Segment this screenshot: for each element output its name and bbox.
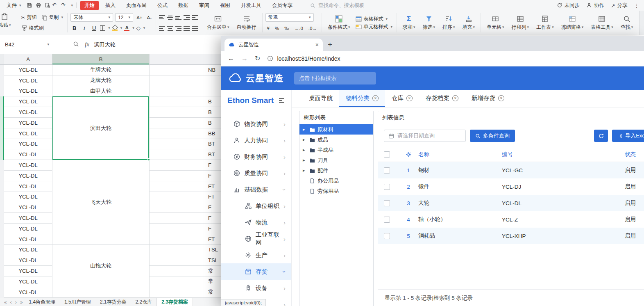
ribbon-tab[interactable]: 审阅 [195, 1, 214, 10]
content-tab[interactable]: 桌面导航 × [302, 90, 339, 107]
table-row[interactable]: 4 轴（小轮） YCL-Z 启用 [378, 211, 644, 228]
reload-icon[interactable]: ↻ [255, 55, 260, 62]
grid-cell[interactable]: YCL-DL [4, 96, 52, 107]
align-middle-button[interactable] [167, 15, 173, 20]
grid-cell[interactable]: YCL-DL [4, 65, 52, 75]
url-field[interactable]: localhost:81/Home/Index [267, 55, 340, 62]
grid-cell[interactable]: YCL-DL [4, 192, 52, 203]
grid-cell[interactable]: YCL-DL [4, 234, 52, 245]
info-icon[interactable] [267, 55, 273, 62]
font-color-button[interactable]: A [124, 25, 129, 31]
browser-tab[interactable]: 云星智造 × [224, 39, 323, 51]
sidebar-item-material-collab[interactable]: 物资协同 › [221, 116, 291, 132]
ribbon-tab[interactable]: 插入 [101, 1, 120, 10]
align-center-button[interactable] [167, 26, 173, 31]
merged-cell[interactable]: 山拖大轮 [52, 245, 149, 287]
cell-name-box[interactable]: B42 ▾ [0, 35, 53, 54]
row-checkbox[interactable] [384, 184, 390, 190]
align-top-button[interactable] [159, 15, 165, 20]
decrease-decimal-button[interactable]: .0→ [307, 25, 319, 31]
bold-button[interactable]: B [70, 25, 78, 31]
ribbon-tab[interactable]: 开始 [80, 1, 99, 10]
grid-cell[interactable]: YCL-DL [4, 287, 52, 298]
underline-button[interactable]: U [90, 25, 98, 31]
content-tab[interactable]: 物料分类 × [339, 90, 385, 107]
redo-icon[interactable]: ↷ [61, 2, 70, 9]
sidebar-item-inventory[interactable]: 存货 › [221, 263, 291, 280]
format-painter-button[interactable]: 格式刷 [20, 24, 45, 32]
merge-center-button[interactable]: 合并居中▾ [204, 14, 232, 32]
align-bottom-button[interactable] [175, 15, 181, 20]
tree-item[interactable]: ▸ 办公用品 [299, 176, 373, 186]
back-icon[interactable]: ← [228, 55, 234, 62]
sort-button[interactable]: 排序▾ [440, 14, 458, 32]
print-icon[interactable] [34, 2, 43, 9]
justify-button[interactable] [184, 26, 190, 31]
import-excel-button[interactable]: 导入Excel [612, 130, 644, 142]
select-all-corner[interactable] [0, 54, 4, 64]
cut-button[interactable]: ✂ 剪切 [20, 14, 38, 21]
save-icon[interactable] [25, 2, 34, 9]
grid-cell[interactable]: YCL-DL [4, 202, 52, 213]
content-tab[interactable]: 存货档案 × [419, 90, 465, 107]
grid-cell[interactable]: YCL-DL [4, 224, 52, 234]
ribbon-tab[interactable]: 视图 [215, 1, 235, 10]
close-tab-icon[interactable]: × [372, 95, 379, 101]
borders-button[interactable] [100, 25, 105, 31]
tree-item[interactable]: ▸ 半成品 [299, 145, 373, 155]
align-right-button[interactable] [175, 26, 181, 31]
sum-button[interactable]: Σ 求和▾ [400, 14, 418, 32]
caret-right-icon[interactable]: ▸ [303, 148, 307, 152]
number-format-select[interactable]: 常规 ▾ [265, 13, 314, 22]
sidebar-item-production[interactable]: 生产 › [221, 247, 291, 263]
tree-item[interactable]: ▸ 成品 [299, 135, 373, 145]
caret-right-icon[interactable]: ▸ [303, 168, 307, 173]
last-sheet-icon[interactable]: » [18, 299, 25, 305]
filter-button[interactable]: 筛选▾ [420, 14, 438, 32]
file-menu-button[interactable]: 文件 ▾ [3, 2, 25, 9]
shrink-font-button[interactable]: A- [146, 15, 153, 21]
table-style-button[interactable]: 表格样式 ▾ [354, 15, 394, 23]
more-menu-icon[interactable]: ⋮ [634, 2, 639, 9]
cells-button[interactable]: 单元格▾ [484, 14, 507, 32]
paste-button[interactable]: 粘贴▾ [0, 12, 14, 30]
rows-cols-button[interactable]: 行和列▾ [509, 14, 532, 32]
sheet-tab[interactable]: 2.1存货分类 [95, 298, 131, 306]
select-all-checkbox[interactable] [384, 151, 390, 158]
formula-input[interactable]: 滨田大轮 [94, 41, 116, 48]
table-row[interactable]: 2 锻件 YCL-DJ 启用 [378, 178, 644, 195]
table-row[interactable]: 5 消耗品 YCL-XHP 启用 [378, 228, 644, 244]
worksheet-button[interactable]: 工作表▾ [533, 14, 557, 32]
wrap-text-button[interactable]: 自动换行 [234, 14, 259, 32]
grid-cell[interactable]: 由甲大轮 [52, 86, 149, 97]
grid-cell[interactable]: YCL-DL [4, 266, 52, 276]
selection-fill-handle[interactable] [147, 158, 150, 161]
table-row[interactable]: 3 大轮 YCL-DL 启用 [378, 195, 644, 211]
sidebar-item-quality-collab[interactable]: 质量协同 › [221, 165, 291, 181]
merged-cell[interactable]: 飞天大轮 [52, 160, 149, 244]
grid-cell[interactable]: YCL-DL [4, 139, 52, 150]
sheet-tab[interactable]: 1.4角色管理 [24, 298, 60, 306]
grid-cell[interactable]: YCL-DL [4, 86, 52, 97]
row-checkbox[interactable] [384, 233, 390, 239]
sidebar-item-industrial-internet[interactable]: 工业互联网 › [221, 231, 291, 247]
close-tab-icon[interactable]: × [315, 42, 319, 48]
conditional-format-button[interactable]: 条件格式▾ [325, 14, 353, 32]
tree-item[interactable]: ▸ 刀具 [299, 155, 373, 165]
sidebar-item-finance-collab[interactable]: 财务协同 › [221, 148, 291, 165]
grid-cell[interactable]: YCL-DL [4, 107, 52, 118]
close-tab-icon[interactable]: × [452, 95, 458, 101]
chevron-down-icon[interactable]: ▾ [71, 4, 73, 7]
sidebar-item-logistics[interactable]: 物流 › [221, 214, 291, 231]
app-logo[interactable]: 云星智造 [229, 72, 283, 84]
font-name-select[interactable]: 宋体 ▾ [70, 13, 113, 22]
hamburger-menu-icon[interactable] [278, 97, 285, 104]
table-tools-button[interactable]: 表格工具▾ [588, 14, 616, 32]
column-header-c[interactable] [150, 54, 221, 64]
grid-cell[interactable]: YCL-DL [4, 181, 52, 192]
grid-cell[interactable]: 牛牌大轮 [52, 65, 149, 75]
sheet-tab[interactable]: 1.5用户管理 [60, 298, 95, 306]
content-tab[interactable]: 仓库 × [385, 90, 419, 107]
sidebar-item-base-data[interactable]: 基础数据 › [221, 181, 291, 198]
italic-button[interactable]: I [80, 25, 88, 32]
